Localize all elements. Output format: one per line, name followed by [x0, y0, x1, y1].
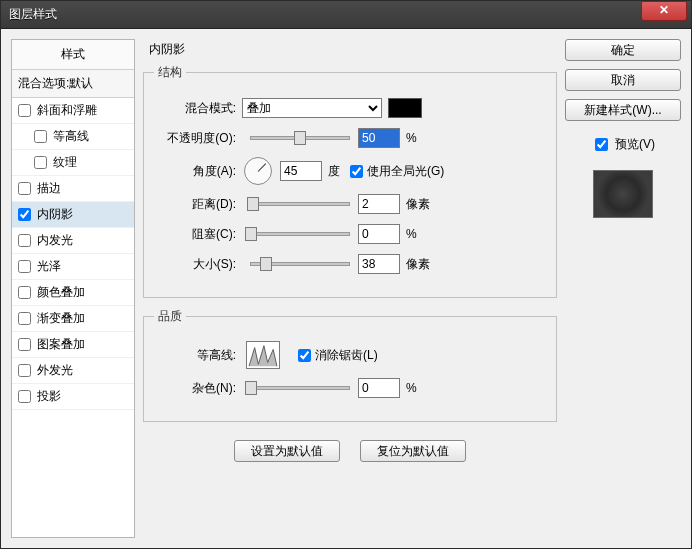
opacity-label: 不透明度(O): [154, 130, 236, 147]
style-item-label: 投影 [37, 388, 61, 405]
structure-group: 结构 混合模式: 叠加 不透明度(O): % 角度(A): [143, 64, 557, 298]
preview-swatch [593, 170, 653, 218]
style-item-checkbox[interactable] [18, 312, 31, 325]
choke-unit: % [406, 227, 417, 241]
contour-picker[interactable] [246, 341, 280, 369]
style-item[interactable]: 图案叠加 [12, 332, 134, 358]
style-item[interactable]: 投影 [12, 384, 134, 410]
style-item-checkbox[interactable] [18, 390, 31, 403]
style-item[interactable]: 光泽 [12, 254, 134, 280]
style-item-checkbox[interactable] [18, 286, 31, 299]
preview-checkbox[interactable] [595, 138, 608, 151]
structure-legend: 结构 [154, 64, 186, 81]
noise-unit: % [406, 381, 417, 395]
global-light-checkbox[interactable] [350, 165, 363, 178]
style-item-label: 描边 [37, 180, 61, 197]
style-item-label: 渐变叠加 [37, 310, 85, 327]
cancel-button[interactable]: 取消 [565, 69, 681, 91]
noise-slider[interactable] [250, 386, 350, 390]
distance-unit: 像素 [406, 196, 430, 213]
style-item-label: 内发光 [37, 232, 73, 249]
style-item-checkbox[interactable] [34, 130, 47, 143]
angle-label: 角度(A): [154, 163, 236, 180]
preview-label: 预览(V) [615, 136, 655, 153]
size-slider[interactable] [250, 262, 350, 266]
style-item-checkbox[interactable] [18, 208, 31, 221]
style-item-label: 颜色叠加 [37, 284, 85, 301]
distance-label: 距离(D): [154, 196, 236, 213]
global-light-label: 使用全局光(G) [367, 163, 444, 180]
size-unit: 像素 [406, 256, 430, 273]
style-item-label: 内阴影 [37, 206, 73, 223]
styles-header[interactable]: 样式 [12, 40, 134, 70]
window-title: 图层样式 [9, 6, 641, 23]
style-item-label: 外发光 [37, 362, 73, 379]
opacity-unit: % [406, 131, 417, 145]
style-item[interactable]: 纹理 [12, 150, 134, 176]
titlebar[interactable]: 图层样式 ✕ [1, 1, 691, 29]
choke-slider[interactable] [250, 232, 350, 236]
quality-group: 品质 等高线: 消除锯齿(L) 杂色(N): % [143, 308, 557, 422]
style-item[interactable]: 内发光 [12, 228, 134, 254]
antialias-label: 消除锯齿(L) [315, 347, 378, 364]
make-default-button[interactable]: 设置为默认值 [234, 440, 340, 462]
styles-panel: 样式 混合选项:默认 斜面和浮雕等高线纹理描边内阴影内发光光泽颜色叠加渐变叠加图… [11, 39, 135, 538]
distance-input[interactable] [358, 194, 400, 214]
style-item-label: 纹理 [53, 154, 77, 171]
size-label: 大小(S): [154, 256, 236, 273]
noise-input[interactable] [358, 378, 400, 398]
reset-default-button[interactable]: 复位为默认值 [360, 440, 466, 462]
noise-label: 杂色(N): [154, 380, 236, 397]
style-item-checkbox[interactable] [18, 338, 31, 351]
blend-mode-select[interactable]: 叠加 [242, 98, 382, 118]
style-item[interactable]: 颜色叠加 [12, 280, 134, 306]
style-item[interactable]: 外发光 [12, 358, 134, 384]
angle-dial[interactable] [244, 157, 272, 185]
style-item[interactable]: 等高线 [12, 124, 134, 150]
blending-options-item[interactable]: 混合选项:默认 [12, 70, 134, 98]
ok-button[interactable]: 确定 [565, 39, 681, 61]
antialias-checkbox[interactable] [298, 349, 311, 362]
style-item[interactable]: 描边 [12, 176, 134, 202]
effect-title: 内阴影 [143, 39, 557, 64]
opacity-input[interactable] [358, 128, 400, 148]
style-item-label: 光泽 [37, 258, 61, 275]
style-item-checkbox[interactable] [34, 156, 47, 169]
style-item-label: 图案叠加 [37, 336, 85, 353]
style-item-checkbox[interactable] [18, 364, 31, 377]
close-button[interactable]: ✕ [641, 1, 687, 21]
size-input[interactable] [358, 254, 400, 274]
layer-style-dialog: 图层样式 ✕ 样式 混合选项:默认 斜面和浮雕等高线纹理描边内阴影内发光光泽颜色… [0, 0, 692, 549]
style-item[interactable]: 内阴影 [12, 202, 134, 228]
distance-slider[interactable] [250, 202, 350, 206]
style-item-checkbox[interactable] [18, 182, 31, 195]
choke-label: 阻塞(C): [154, 226, 236, 243]
shadow-color-swatch[interactable] [388, 98, 422, 118]
style-item-checkbox[interactable] [18, 234, 31, 247]
style-item-checkbox[interactable] [18, 104, 31, 117]
effect-settings-panel: 内阴影 结构 混合模式: 叠加 不透明度(O): % 角度 [143, 39, 557, 538]
new-style-button[interactable]: 新建样式(W)... [565, 99, 681, 121]
style-item[interactable]: 渐变叠加 [12, 306, 134, 332]
opacity-slider[interactable] [250, 136, 350, 140]
choke-input[interactable] [358, 224, 400, 244]
style-item[interactable]: 斜面和浮雕 [12, 98, 134, 124]
angle-unit: 度 [328, 163, 340, 180]
dialog-right-panel: 确定 取消 新建样式(W)... 预览(V) [565, 39, 681, 538]
blend-mode-label: 混合模式: [154, 100, 236, 117]
style-item-label: 等高线 [53, 128, 89, 145]
style-item-label: 斜面和浮雕 [37, 102, 97, 119]
quality-legend: 品质 [154, 308, 186, 325]
angle-input[interactable] [280, 161, 322, 181]
style-item-checkbox[interactable] [18, 260, 31, 273]
contour-label: 等高线: [154, 347, 236, 364]
